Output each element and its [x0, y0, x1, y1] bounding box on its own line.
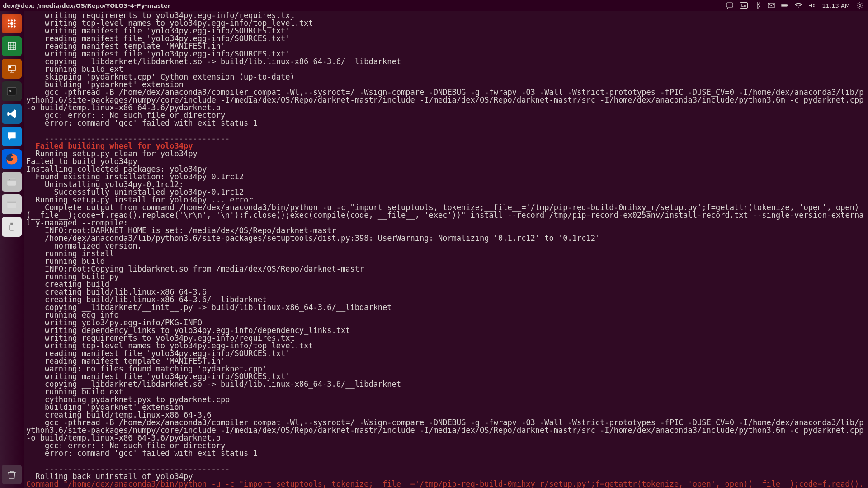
terminal-line: Complete output from command /home/dex/a…: [26, 204, 867, 227]
mail-icon[interactable]: [768, 2, 775, 9]
terminal-line: /home/dex/anaconda3/lib/python3.6/site-p…: [26, 235, 867, 242]
session-gear-icon[interactable]: [856, 2, 863, 9]
svg-point-29: [9, 179, 10, 180]
top-menubar: dex@dex: /media/dex/OS/Repo/YOLO3-4-Py-m…: [0, 0, 868, 11]
svg-point-7: [11, 19, 13, 21]
svg-rect-21: [9, 66, 11, 68]
svg-rect-3: [788, 5, 788, 6]
terminal-line: copying __libdarknet/libdarknet.so -> bu…: [26, 58, 867, 66]
libreoffice-impress-icon[interactable]: [2, 59, 22, 79]
dash-icon[interactable]: [2, 14, 22, 33]
svg-point-12: [8, 25, 9, 27]
system-tray: En 11:13 AM: [726, 2, 868, 9]
terminal-line: Running setup.py clean for yolo34py: [26, 150, 867, 158]
battery-icon[interactable]: [781, 2, 788, 9]
terminal-line: gcc -pthread -B /home/dex/anaconda3/comp…: [26, 89, 867, 112]
svg-point-10: [10, 22, 14, 25]
svg-rect-33: [9, 225, 14, 230]
svg-rect-32: [10, 223, 13, 225]
svg-point-6: [8, 19, 9, 21]
svg-rect-31: [7, 202, 16, 203]
svg-rect-28: [7, 179, 16, 181]
terminal-line: gcc -pthread -B /home/dex/anaconda3/comp…: [26, 419, 867, 442]
terminal-line: Command "/home/dex/anaconda3/bin/python …: [26, 480, 867, 488]
svg-point-5: [859, 5, 861, 7]
terminal-line: INFO:root:Copying libdarknet.so from /me…: [26, 265, 867, 273]
unity-launcher: >_: [0, 11, 24, 488]
terminal-line: error: command 'gcc' failed with exit st…: [26, 450, 867, 457]
terminal-line: running build_py: [26, 273, 867, 281]
terminal-icon[interactable]: >_: [2, 81, 22, 101]
svg-rect-20: [8, 66, 15, 70]
terminal-line: copying __libdarknet/libdarknet.so -> bu…: [26, 380, 867, 388]
usb-icon[interactable]: [2, 217, 22, 237]
terminal-line: copying __libdarknet/__init__.py -> buil…: [26, 304, 867, 311]
bluetooth-icon[interactable]: [754, 2, 761, 9]
window-title: dex@dex: /media/dex/OS/Repo/YOLO3-4-Py-m…: [0, 2, 170, 9]
terminal-output[interactable]: writing requirements to yolo34py.egg-inf…: [24, 11, 868, 488]
svg-point-14: [14, 25, 15, 27]
svg-rect-4: [782, 5, 787, 6]
terminal-line: error: command 'gcc' failed with exit st…: [26, 119, 867, 127]
svg-point-13: [11, 25, 13, 27]
svg-point-9: [8, 23, 9, 24]
volume-icon[interactable]: [808, 2, 816, 9]
libreoffice-calc-icon[interactable]: [2, 36, 22, 56]
svg-point-11: [14, 23, 15, 24]
svg-point-8: [14, 19, 15, 21]
messaging-menu-icon[interactable]: [726, 2, 733, 9]
trash-icon[interactable]: [2, 465, 22, 484]
firefox-icon[interactable]: [2, 149, 22, 169]
files-icon[interactable]: [2, 172, 22, 192]
terminal-line: normalized_version,: [26, 242, 867, 250]
vscode-icon[interactable]: [2, 104, 22, 124]
clock[interactable]: 11:13 AM: [822, 2, 850, 9]
messaging-icon[interactable]: [2, 127, 22, 146]
device-icon[interactable]: [2, 194, 22, 214]
network-icon[interactable]: [795, 2, 802, 9]
svg-text:>_: >_: [9, 88, 15, 94]
terminal-line: running install: [26, 250, 867, 258]
svg-rect-0: [726, 3, 733, 7]
keyboard-layout-icon[interactable]: En: [740, 2, 748, 9]
svg-rect-15: [8, 42, 15, 50]
